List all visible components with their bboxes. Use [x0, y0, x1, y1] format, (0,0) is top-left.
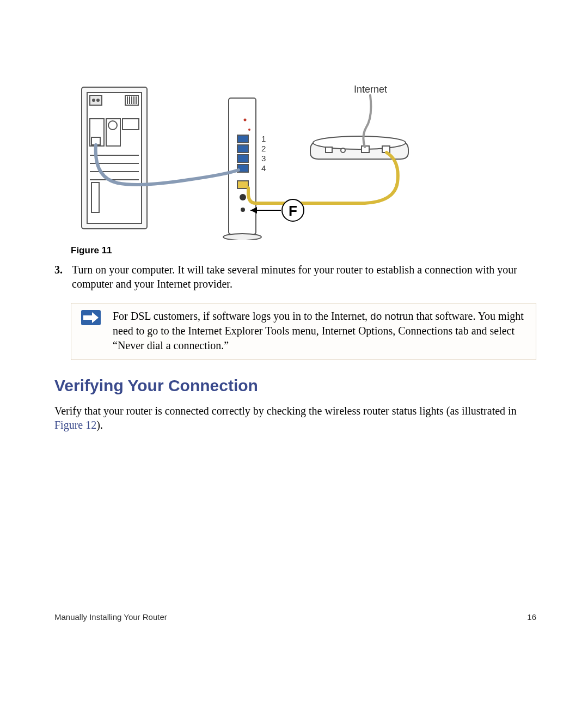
footer-page-number: 16 — [527, 612, 536, 622]
svg-point-34 — [341, 148, 345, 153]
figure-caption: Figure 11 — [71, 245, 536, 256]
internet-label: Internet — [354, 84, 387, 95]
note-pre: For DSL customers, if software logs you … — [113, 310, 370, 322]
connection-diagram: 1 2 3 4 Internet — [71, 76, 414, 240]
svg-rect-25 — [237, 135, 248, 143]
svg-point-24 — [248, 129, 250, 131]
svg-rect-20 — [91, 182, 99, 212]
svg-rect-41 — [83, 315, 92, 320]
step-3-text: Turn on your computer. It will take seve… — [72, 263, 536, 291]
port-1-label: 1 — [261, 134, 266, 143]
dsl-note-box: For DSL customers, if software logs you … — [71, 303, 536, 360]
footer-left: Manually Installing Your Router — [54, 612, 167, 622]
step-number: 3. — [54, 263, 72, 291]
svg-point-30 — [240, 194, 246, 200]
arrow-icon — [81, 310, 101, 325]
svg-point-3 — [93, 99, 95, 101]
figure-12-link[interactable]: Figure 12 — [54, 419, 96, 431]
svg-point-13 — [108, 121, 117, 130]
body-post: ). — [96, 419, 103, 431]
body-pre: Verify that your router is connected cor… — [54, 405, 517, 417]
svg-rect-27 — [237, 155, 248, 162]
section-heading: Verifying Your Connection — [54, 376, 536, 395]
note-emph: do not — [370, 311, 399, 322]
svg-point-22 — [223, 234, 261, 240]
callout-f-letter: F — [289, 203, 297, 219]
svg-rect-26 — [237, 145, 248, 153]
port-2-label: 2 — [261, 144, 266, 153]
svg-rect-2 — [90, 95, 102, 105]
port-3-label: 3 — [261, 154, 266, 163]
svg-rect-33 — [326, 147, 332, 153]
svg-point-31 — [241, 208, 245, 212]
svg-point-4 — [97, 99, 99, 101]
svg-rect-29 — [237, 181, 248, 188]
port-4-label: 4 — [261, 163, 266, 173]
svg-rect-14 — [122, 119, 139, 130]
svg-point-23 — [244, 119, 247, 121]
